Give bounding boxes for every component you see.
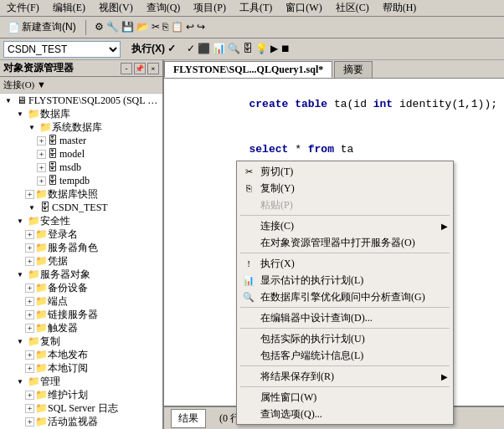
- tree-node[interactable]: +📁活动监视器: [0, 415, 162, 428]
- tree-expander-icon[interactable]: ▼: [13, 335, 27, 348]
- context-menu-item-client_stats[interactable]: 包括客户端统计信息(L): [237, 347, 453, 364]
- tree-node[interactable]: +📁端点: [0, 294, 162, 308]
- menu-community[interactable]: 社区(C): [332, 0, 373, 16]
- tree-node[interactable]: ▼📁复制: [0, 335, 162, 348]
- tree-node[interactable]: ▼📁安全性: [0, 214, 162, 227]
- tree-node-label: 链接服务器: [48, 308, 98, 322]
- panel-close-button[interactable]: ×: [147, 63, 159, 74]
- tree-node[interactable]: +📁触发器: [0, 321, 162, 335]
- tree-expander-icon[interactable]: +: [37, 150, 46, 159]
- context-menu-item-execute[interactable]: !执行(X): [237, 255, 453, 272]
- menu-tools[interactable]: 工具(T): [236, 0, 275, 16]
- context-menu-item-label: 连接(C): [260, 219, 294, 233]
- tree-node[interactable]: +📁维护计划: [0, 388, 162, 401]
- folder-icon: 📁: [27, 335, 40, 348]
- tree-expander-icon[interactable]: ▼: [13, 214, 27, 227]
- tree-expander-icon[interactable]: +: [25, 350, 34, 360]
- connect-bar[interactable]: 连接(O) ▼: [0, 77, 162, 94]
- tree-expander-icon[interactable]: ▼: [25, 201, 39, 214]
- tree-node-label: 触发器: [48, 321, 78, 335]
- tree-node[interactable]: +📁备份设备: [0, 281, 162, 294]
- menu-view[interactable]: 视图(V): [95, 0, 136, 16]
- tree-expander-icon[interactable]: +: [37, 136, 46, 146]
- context-menu-separator: [240, 328, 450, 329]
- tree-node[interactable]: +🗄tempdb: [0, 174, 162, 187]
- tree-expander-icon[interactable]: +: [25, 243, 34, 253]
- tree-node[interactable]: +🗄master: [0, 134, 162, 147]
- context-menu-item-label: 在编辑器中设计查询(D)...: [260, 311, 373, 325]
- tree-expander-icon[interactable]: +: [25, 297, 34, 306]
- context-menu-item-label: 在数据库引擎优化顾问中分析查询(G): [260, 290, 425, 304]
- context-menu-item-query_options[interactable]: 查询选项(Q)...: [237, 406, 453, 422]
- tree-node[interactable]: +📁数据库快照: [0, 187, 162, 201]
- db-icon: 🗄: [46, 147, 59, 161]
- context-menu-item-label: 在对象资源管理器中打开服务器(O): [260, 236, 415, 250]
- tree-node[interactable]: ▼📁系统数据库: [0, 120, 162, 134]
- tree-expander-icon[interactable]: +: [25, 310, 34, 319]
- folder-icon: 📁: [39, 120, 52, 134]
- tree-node[interactable]: ▼🗄CSDN_TEST: [0, 201, 162, 214]
- context-menu-item-connect[interactable]: 连接(C)▶: [237, 217, 453, 234]
- new-query-button[interactable]: 📄 新建查询(N): [3, 18, 80, 37]
- menu-query[interactable]: 查询(Q): [143, 0, 184, 16]
- tree-node[interactable]: +📁服务器角色: [0, 241, 162, 254]
- tree-expander-icon[interactable]: ▼: [13, 375, 27, 388]
- tree-expander-icon[interactable]: +: [25, 230, 34, 239]
- tree-expander-icon[interactable]: +: [25, 417, 34, 426]
- context-menu-separator: [240, 253, 450, 253]
- tree-expander-icon[interactable]: +: [25, 404, 34, 413]
- tree-node[interactable]: +📁本地订阅: [0, 361, 162, 375]
- tree-node[interactable]: ▼📁服务器对象: [0, 268, 162, 281]
- folder-icon: 📁: [27, 268, 40, 281]
- tab-summary[interactable]: 摘要: [334, 61, 373, 78]
- tree-node[interactable]: +📁SQL Server 日志: [0, 401, 162, 415]
- tree-expander-icon[interactable]: +: [37, 176, 46, 186]
- execute-button[interactable]: 执行(X) ✓: [127, 40, 180, 59]
- tree-node[interactable]: +🗄msdb: [0, 161, 162, 174]
- tree-expander-icon[interactable]: ▼: [2, 94, 15, 107]
- tree-node-label: 本地发布: [48, 348, 88, 362]
- context-menu-item-save_results[interactable]: 将结果保存到(R)▶: [237, 368, 453, 385]
- tree-node[interactable]: ▼📁管理: [0, 375, 162, 388]
- tree-node[interactable]: +🗄model: [0, 147, 162, 161]
- tree-node-label: 本地订阅: [48, 361, 88, 375]
- tree-expander-icon[interactable]: +: [25, 391, 34, 400]
- database-selector[interactable]: CSDN_TEST: [3, 41, 121, 58]
- context-menu-separator: [240, 386, 450, 387]
- context-menu-item-design[interactable]: 在编辑器中设计查询(D)...: [237, 309, 453, 326]
- context-menu-item-show_plan[interactable]: 📊显示估计的执行计划(L): [237, 272, 453, 289]
- tree-expander-icon[interactable]: +: [25, 364, 34, 373]
- tree-node[interactable]: ▼🖥FLYSTONE\SQL2005 (SQL Server 9.0.1399 …: [0, 94, 162, 107]
- tree-expander-icon[interactable]: +: [25, 283, 34, 293]
- menu-project[interactable]: 项目(P): [190, 0, 229, 16]
- submenu-arrow-icon: ▶: [441, 372, 448, 381]
- tree-expander-icon[interactable]: +: [25, 190, 34, 199]
- tree-expander-icon[interactable]: +: [25, 324, 34, 333]
- result-tab-results[interactable]: 结果: [171, 409, 206, 428]
- tree-expander-icon[interactable]: ▼: [25, 120, 39, 134]
- tree-node[interactable]: ▼📁数据库: [0, 107, 162, 120]
- panel-pin-button[interactable]: 📌: [134, 63, 146, 74]
- context-menu-item-copy[interactable]: ⎘复制(Y): [237, 180, 453, 197]
- menu-window[interactable]: 窗口(W): [282, 0, 325, 16]
- tree-expander-icon[interactable]: ▼: [13, 268, 27, 281]
- db-icon: 🗄: [39, 201, 52, 214]
- panel-title: 对象资源管理器: [3, 61, 74, 75]
- panel-minimize-button[interactable]: -: [121, 63, 132, 74]
- context-menu-item-properties[interactable]: 属性窗口(W): [237, 389, 453, 406]
- tab-query[interactable]: FLYSTONE\SQL...QLQuery1.sql*: [164, 61, 332, 78]
- tree-node[interactable]: +📁登录名: [0, 227, 162, 241]
- menu-file[interactable]: 文件(F): [3, 0, 43, 16]
- tree-node[interactable]: +📁本地发布: [0, 348, 162, 361]
- context-menu-item-cut[interactable]: ✂剪切(T): [237, 163, 453, 180]
- menu-edit[interactable]: 编辑(E): [49, 0, 89, 16]
- tree-node[interactable]: +📁链接服务器: [0, 308, 162, 321]
- menu-help[interactable]: 帮助(H): [379, 0, 420, 16]
- tree-expander-icon[interactable]: ▼: [13, 107, 27, 120]
- context-menu-item-open_in_oe[interactable]: 在对象资源管理器中打开服务器(O): [237, 234, 453, 251]
- context-menu-item-actual_plan[interactable]: 包括实际的执行计划(U): [237, 330, 453, 347]
- tree-expander-icon[interactable]: +: [37, 163, 46, 172]
- tree-node[interactable]: +📁凭据: [0, 254, 162, 268]
- tree-expander-icon[interactable]: +: [25, 257, 34, 266]
- context-menu-item-analyze[interactable]: 🔍在数据库引擎优化顾问中分析查询(G): [237, 289, 453, 305]
